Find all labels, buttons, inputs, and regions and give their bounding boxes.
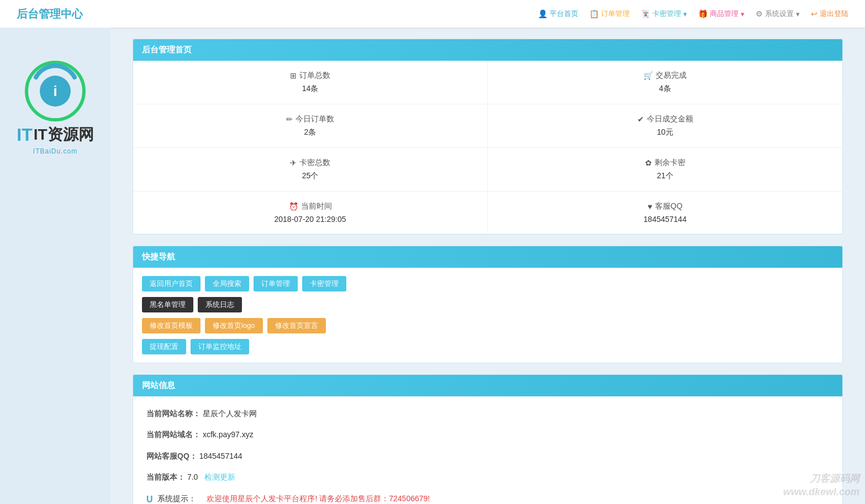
quicknav-row-4: 提现配置 订单监控地址 <box>142 339 834 354</box>
logo-it-text: ITIT资源网 <box>17 124 93 145</box>
notice-prefix: 系统提示： <box>157 492 196 504</box>
quicknav-row-2: 黑名单管理 系统日志 <box>142 297 834 312</box>
today-orders-value: 2条 <box>144 128 476 137</box>
user-icon: 👤 <box>538 9 547 18</box>
quicknav-body: 返回用户首页 全局搜索 订单管理 卡密管理 黑名单管理 系统日志 修改首页模板 … <box>133 268 842 363</box>
check-update-link[interactable]: 检测更新 <box>204 473 235 481</box>
today-orders-icon: ✏ <box>286 115 293 124</box>
main-layout: i ITIT资源网 ITBaiDu.com 后台管理首页 ⊞ 订单总数 <box>0 28 865 504</box>
site-version-row: 当前版本： 7.0 检测更新 <box>146 471 829 483</box>
stat-completed: 🛒 交易完成 4条 <box>488 61 842 104</box>
stat-total-cards: ✈ 卡密总数 25个 <box>133 148 488 192</box>
nav-goods[interactable]: 🎁 商品管理 ▾ <box>698 9 745 19</box>
stat-remain-cards: ✿ 剩余卡密 21个 <box>488 148 842 192</box>
total-orders-value: 14条 <box>144 84 476 94</box>
nav-cards-label: 卡密管理 <box>652 9 681 19</box>
nav-goods-label: 商品管理 <box>710 9 739 19</box>
quicknav-panel-header: 快捷导航 <box>133 246 842 268</box>
completed-value: 4条 <box>499 84 831 94</box>
top-nav: 后台管理中心 👤 平台首页 📋 订单管理 🃏 卡密管理 ▾ 🎁 商品管理 ▾ ⚙… <box>0 0 865 28</box>
stat-service-qq: ♥ 客服QQ 1845457144 <box>488 192 842 234</box>
settings-icon: ⚙ <box>756 9 763 18</box>
site-qq-value: 1845457144 <box>199 452 242 460</box>
nav-orders-label: 订单管理 <box>601 9 630 19</box>
logo-subtitle: ITBaiDu.com <box>33 147 77 155</box>
site-domain-row: 当前网站域名： xcfk.pay97.xyz <box>146 428 829 441</box>
site-name-label: 当前网站名称： <box>146 409 201 418</box>
quicknav-row-3: 修改首页模板 修改首页logo 修改首页宣言 <box>142 318 834 333</box>
nav-settings-label: 系统设置 <box>765 9 794 19</box>
nav-home[interactable]: 👤 平台首页 <box>538 9 578 19</box>
qq-icon: ♥ <box>647 202 652 211</box>
btn-edit-logo[interactable]: 修改首页logo <box>205 318 263 333</box>
cards-icon: 🃏 <box>641 9 650 18</box>
site-version-label: 当前版本： <box>146 473 185 481</box>
logout-icon: ↩ <box>811 9 817 18</box>
btn-order-mgmt[interactable]: 订单管理 <box>254 276 298 291</box>
today-amount-value: 10元 <box>499 128 831 137</box>
goods-dropdown-icon: ▾ <box>741 10 745 18</box>
site-domain-label: 当前网站域名： <box>146 430 201 439</box>
btn-card-mgmt[interactable]: 卡密管理 <box>302 276 346 291</box>
settings-dropdown-icon: ▾ <box>796 10 800 18</box>
site-version-value: 7.0 <box>187 473 198 481</box>
site-name-row: 当前网站名称： 星辰个人发卡网 <box>146 407 829 420</box>
nav-logout[interactable]: ↩ 退出登陆 <box>811 9 848 19</box>
siteinfo-panel: 网站信息 当前网站名称： 星辰个人发卡网 当前网站域名： xcfk.pay97.… <box>133 374 843 504</box>
content-area: 后台管理首页 ⊞ 订单总数 14条 🛒 交易完成 <box>110 28 865 504</box>
stat-today-orders: ✏ 今日订单数 2条 <box>133 104 488 148</box>
orders-icon: 📋 <box>589 9 599 18</box>
site-qq-label: 网站客服QQ： <box>146 452 197 460</box>
current-time-value: 2018-07-20 21:29:05 <box>144 215 476 224</box>
remain-cards-value: 21个 <box>499 171 831 181</box>
cards-dropdown-icon: ▾ <box>683 10 687 18</box>
nav-cards[interactable]: 🃏 卡密管理 ▾ <box>641 9 687 19</box>
stat-today-amount: ✔ 今日成交金额 10元 <box>488 104 842 148</box>
btn-global-search[interactable]: 全局搜索 <box>205 276 249 291</box>
notice-highlight-text: 欢迎使用星辰个人发卡平台程序! 请务必添加售后群：724506679! <box>207 492 430 504</box>
total-cards-value: 25个 <box>144 171 476 181</box>
nav-menu: 👤 平台首页 📋 订单管理 🃏 卡密管理 ▾ 🎁 商品管理 ▾ ⚙ 系统设置 ▾… <box>538 9 848 19</box>
btn-order-monitor[interactable]: 订单监控地址 <box>191 339 249 354</box>
btn-edit-ad[interactable]: 修改首页宣言 <box>267 318 326 333</box>
service-qq-value: 1845457144 <box>499 215 831 224</box>
quicknav-row-1: 返回用户首页 全局搜索 订单管理 卡密管理 <box>142 276 834 291</box>
siteinfo-panel-header: 网站信息 <box>133 375 842 396</box>
notice-u-icon: U <box>146 492 153 504</box>
time-icon: ⏰ <box>289 202 298 211</box>
btn-return-home[interactable]: 返回用户首页 <box>142 276 201 291</box>
sidebar: i ITIT资源网 ITBaiDu.com <box>0 28 110 504</box>
btn-withdraw-config[interactable]: 提现配置 <box>142 339 186 354</box>
siteinfo-body: 当前网站名称： 星辰个人发卡网 当前网站域名： xcfk.pay97.xyz 网… <box>133 396 842 504</box>
nav-orders[interactable]: 📋 订单管理 <box>589 9 630 19</box>
nav-settings[interactable]: ⚙ 系统设置 ▾ <box>756 9 800 19</box>
dashboard-panel: 后台管理首页 ⊞ 订单总数 14条 🛒 交易完成 <box>133 39 843 235</box>
total-orders-icon: ⊞ <box>290 71 297 80</box>
dashboard-stats: ⊞ 订单总数 14条 🛒 交易完成 4条 <box>133 61 842 234</box>
site-domain-value: xcfk.pay97.xyz <box>203 430 254 439</box>
site-title: 后台管理中心 <box>17 7 83 22</box>
stats-grid: ⊞ 订单总数 14条 🛒 交易完成 4条 <box>133 61 842 234</box>
svg-text:i: i <box>53 83 57 99</box>
btn-edit-template[interactable]: 修改首页模板 <box>142 318 201 333</box>
nav-home-label: 平台首页 <box>550 9 578 19</box>
site-name-value: 星辰个人发卡网 <box>203 409 257 418</box>
stat-current-time: ⏰ 当前时间 2018-07-20 21:29:05 <box>133 192 488 234</box>
nav-logout-label: 退出登陆 <box>820 9 848 19</box>
site-qq-row: 网站客服QQ： 1845457144 <box>146 450 829 462</box>
logo-graphic: i <box>25 61 86 121</box>
btn-system-log[interactable]: 系统日志 <box>198 297 242 312</box>
total-cards-icon: ✈ <box>290 158 297 167</box>
btn-blacklist[interactable]: 黑名单管理 <box>142 297 193 312</box>
dashboard-panel-header: 后台管理首页 <box>133 39 842 61</box>
stat-total-orders: ⊞ 订单总数 14条 <box>133 61 488 104</box>
completed-icon: 🛒 <box>644 71 653 80</box>
today-amount-icon: ✔ <box>637 115 644 124</box>
system-notice-row: U 系统提示： 欢迎使用星辰个人发卡平台程序! 请务必添加售后群：7245066… <box>146 492 829 504</box>
goods-icon: 🎁 <box>698 9 708 18</box>
remain-cards-icon: ✿ <box>645 158 652 167</box>
quicknav-panel: 快捷导航 返回用户首页 全局搜索 订单管理 卡密管理 黑名单管理 系统日志 修改… <box>133 246 843 363</box>
